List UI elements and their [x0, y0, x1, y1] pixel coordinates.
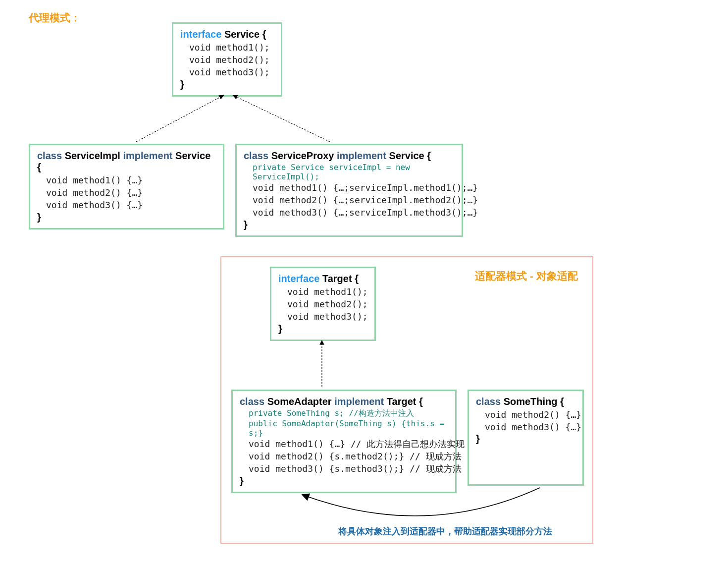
impl-target: Target { — [387, 396, 423, 407]
impl-target: Service { — [389, 150, 431, 161]
class-keyword: class — [240, 396, 264, 407]
footer-text: 将具体对象注入到适配器中，帮助适配器实现部分方法 — [338, 525, 552, 537]
code-line: void method3(); — [180, 66, 274, 78]
serviceproxy-box: class ServiceProxy implement Service { p… — [235, 144, 463, 237]
code-line: void method3() {…;serviceImpl.method3();… — [244, 206, 455, 219]
code-line: void method2() {…} — [476, 408, 575, 421]
proxy-to-service-arrow — [226, 92, 335, 147]
close-brace: } — [180, 79, 274, 90]
code-line: void method3() {…} — [476, 421, 575, 433]
interface-keyword: interface — [278, 273, 319, 284]
code-line: void method3(); — [278, 310, 367, 323]
code-line: void method2(); — [278, 298, 367, 310]
constructor: public SomeAdapter(SomeThing s) {this.s … — [240, 419, 448, 438]
implement-keyword: implement — [337, 150, 386, 161]
code-line: void method2() {…;serviceImpl.method2();… — [244, 194, 455, 206]
something-box: class SomeThing { void method2() {…} voi… — [468, 390, 584, 486]
impl-to-service-arrow — [131, 92, 235, 147]
code-line: void method1(); — [278, 285, 367, 298]
code-line: void method2() {…} — [37, 186, 216, 199]
class-keyword: class — [244, 150, 268, 161]
close-brace: } — [37, 212, 216, 223]
class-keyword: class — [37, 150, 62, 161]
target-box: interface Target { void method1(); void … — [270, 267, 376, 341]
something-name: SomeThing { — [504, 396, 564, 407]
code-line: void method1() {…} — [37, 174, 216, 186]
svg-line-1 — [233, 95, 330, 142]
implement-keyword: implement — [334, 396, 384, 407]
private-field: private Service serviceImpl = new Servic… — [244, 163, 455, 181]
proxy-title: 代理模式： — [29, 11, 81, 25]
code-line: void method3() {s.method3();} // 现成方法 — [240, 462, 448, 475]
serviceimpl-name: ServiceImpl — [65, 150, 123, 161]
service-box: interface Service { void method1(); void… — [172, 22, 282, 97]
adapter-title: 适配器模式 - 对象适配 — [475, 269, 578, 283]
close-brace: } — [244, 219, 455, 230]
target-name: Target { — [322, 273, 359, 284]
code-line: void method3() {…} — [37, 199, 216, 211]
service-name: Service { — [224, 29, 266, 40]
code-line: void method2() {s.method2();} // 现成方法 — [240, 450, 448, 462]
implement-keyword: implement — [123, 150, 172, 161]
someadapter-name: SomeAdapter — [267, 396, 335, 407]
serviceimpl-box: class ServiceImpl implement Service { vo… — [29, 144, 224, 229]
close-brace: } — [240, 475, 448, 487]
close-brace: } — [476, 433, 575, 445]
svg-line-0 — [136, 95, 224, 142]
class-keyword: class — [476, 396, 501, 407]
private-field: private SomeThing s; //构造方法中注入 — [240, 408, 448, 419]
code-line: void method2(); — [180, 54, 274, 66]
interface-keyword: interface — [180, 29, 221, 40]
someadapter-box: class SomeAdapter implement Target { pri… — [231, 390, 457, 493]
code-line: void method1() {…} // 此方法得自己想办法实现 — [240, 438, 448, 450]
code-line: void method1() {…;serviceImpl.method1();… — [244, 181, 455, 194]
close-brace: } — [278, 323, 367, 335]
serviceproxy-name: ServiceProxy — [271, 150, 337, 161]
code-line: void method1(); — [180, 41, 274, 54]
